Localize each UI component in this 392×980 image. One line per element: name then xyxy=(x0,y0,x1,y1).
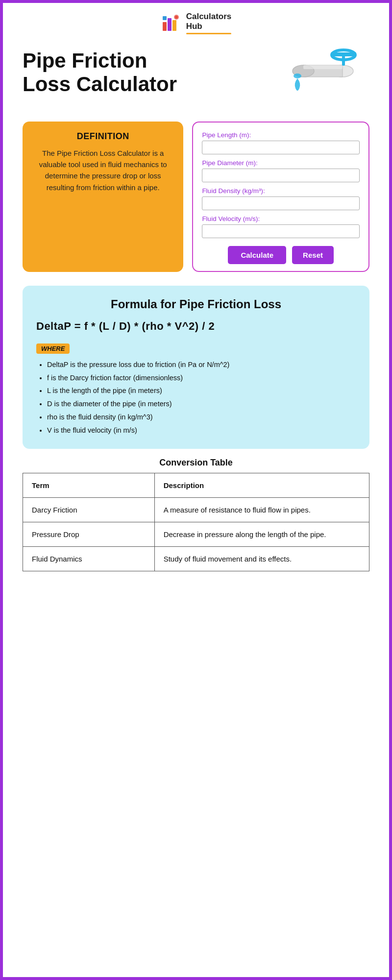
conversion-table: Term Description Darcy Friction A measur… xyxy=(23,473,369,571)
svg-rect-11 xyxy=(342,55,345,66)
formula-bullet-1: DeltaP is the pressure loss due to frict… xyxy=(47,360,356,370)
pipe-diameter-input[interactable] xyxy=(202,169,360,182)
pipe-length-input[interactable] xyxy=(202,141,360,154)
logo: Calculators Hub xyxy=(161,12,232,34)
formula-bullet-6: V is the fluid velocity (in m/s) xyxy=(47,425,356,436)
formula-equation: DeltaP = f * (L / D) * (rho * V^2) / 2 xyxy=(36,320,356,333)
logo-hub-label: Hub xyxy=(186,22,232,31)
table-row: Fluid Dynamics Study of fluid movement a… xyxy=(23,547,369,571)
definition-title: DEFINITION xyxy=(31,131,174,142)
logo-icon xyxy=(161,12,182,34)
hero-section: Pipe Friction Loss Calculator xyxy=(3,39,389,113)
where-badge: WHERE xyxy=(36,343,70,354)
svg-rect-12 xyxy=(333,52,354,56)
formula-bullet-2: f is the Darcy friction factor (dimensio… xyxy=(47,373,356,384)
formula-section: Formula for Pipe Friction Loss DeltaP = … xyxy=(23,286,369,449)
row3-term: Fluid Dynamics xyxy=(23,547,155,571)
reset-button[interactable]: Reset xyxy=(292,246,334,264)
svg-rect-1 xyxy=(168,18,172,31)
svg-rect-3 xyxy=(163,16,167,20)
svg-rect-9 xyxy=(303,65,343,69)
formula-bullet-3: L is the length of the pipe (in meters) xyxy=(47,386,356,396)
formula-bullets: DeltaP is the pressure loss due to frict… xyxy=(36,360,356,436)
calculator-box: Pipe Length (m): Pipe Diameter (m): Flui… xyxy=(192,122,369,272)
header: Calculators Hub xyxy=(3,3,389,39)
row3-desc: Study of fluid movement and its effects. xyxy=(154,547,369,571)
conversion-table-title: Conversion Table xyxy=(23,458,369,468)
formula-bullet-5: rho is the fluid density (in kg/m^3) xyxy=(47,412,356,423)
definition-box: DEFINITION The Pipe Friction Loss Calcul… xyxy=(23,122,183,272)
col-desc-header: Description xyxy=(154,473,369,498)
svg-point-5 xyxy=(175,16,178,19)
table-row: Pressure Drop Decrease in pressure along… xyxy=(23,522,369,547)
logo-underline xyxy=(186,33,232,34)
hero-image xyxy=(286,44,369,108)
pipe-diameter-label: Pipe Diameter (m): xyxy=(202,159,360,167)
row2-desc: Decrease in pressure along the length of… xyxy=(154,522,369,547)
svg-point-13 xyxy=(294,74,301,78)
page-title: Pipe Friction Loss Calculator xyxy=(23,49,286,97)
button-row: Calculate Reset xyxy=(202,246,360,264)
row1-desc: A measure of resistance to fluid flow in… xyxy=(154,498,369,522)
two-col-section: DEFINITION The Pipe Friction Loss Calcul… xyxy=(3,113,389,281)
svg-rect-0 xyxy=(163,22,167,31)
logo-calculators-label: Calculators xyxy=(186,12,232,22)
definition-text: The Pipe Friction Loss Calculator is a v… xyxy=(31,147,174,193)
pipe-length-label: Pipe Length (m): xyxy=(202,131,360,139)
table-header-row: Term Description xyxy=(23,473,369,498)
formula-title: Formula for Pipe Friction Loss xyxy=(36,297,356,311)
formula-bullet-4: D is the diameter of the pipe (in meters… xyxy=(47,399,356,410)
row1-term: Darcy Friction xyxy=(23,498,155,522)
calculate-button[interactable]: Calculate xyxy=(228,246,286,264)
col-term-header: Term xyxy=(23,473,155,498)
fluid-density-input[interactable] xyxy=(202,196,360,210)
table-row: Darcy Friction A measure of resistance t… xyxy=(23,498,369,522)
conversion-section: Conversion Table Term Description Darcy … xyxy=(3,458,389,586)
logo-text: Calculators Hub xyxy=(186,12,232,34)
row2-term: Pressure Drop xyxy=(23,522,155,547)
fluid-density-label: Fluid Density (kg/m³): xyxy=(202,187,360,195)
fluid-velocity-input[interactable] xyxy=(202,224,360,238)
fluid-velocity-label: Fluid Velocity (m/s): xyxy=(202,215,360,222)
pipe-illustration xyxy=(289,44,367,108)
svg-rect-2 xyxy=(172,20,176,31)
